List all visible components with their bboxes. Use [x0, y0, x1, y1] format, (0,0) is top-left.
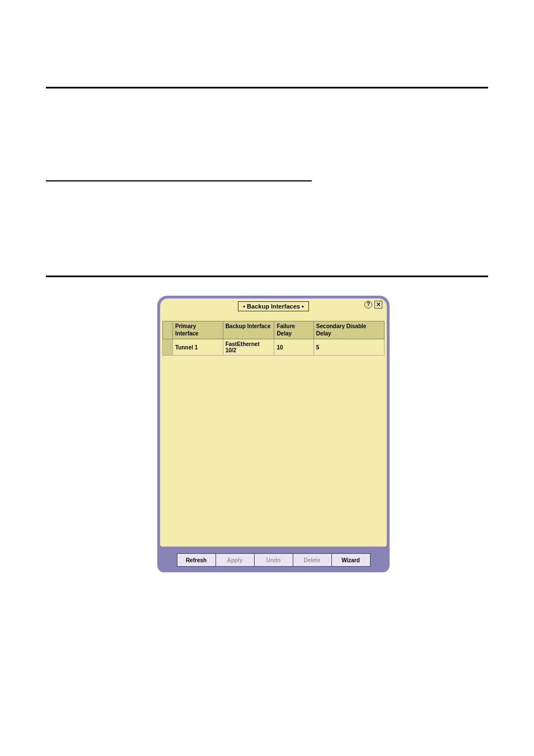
- panel-button-bar: Refresh Apply Undo Delete Wizard: [160, 553, 387, 569]
- table-row[interactable]: Tunnel 1 FastEthernet 10/2 10 5: [163, 339, 385, 356]
- apply-button[interactable]: Apply: [216, 553, 255, 567]
- col-failure-delay[interactable]: Failure Delay: [274, 321, 313, 339]
- cell-primary-interface[interactable]: Tunnel 1: [173, 339, 223, 356]
- divider-above-panel: [46, 276, 488, 277]
- panel-body: ? ✕ • Backup Interfaces • Primary Interf…: [160, 298, 387, 547]
- panel-title: • Backup Interfaces •: [238, 301, 309, 311]
- refresh-button[interactable]: Refresh: [177, 553, 216, 567]
- table-area: Primary Interface Backup Interface Failu…: [162, 321, 385, 544]
- cell-secondary-disable-delay[interactable]: 5: [313, 339, 384, 356]
- col-backup-interface[interactable]: Backup Interface: [223, 321, 274, 339]
- backup-interfaces-panel: ? ✕ • Backup Interfaces • Primary Interf…: [157, 296, 390, 572]
- cell-failure-delay[interactable]: 10: [274, 339, 313, 356]
- row-selector-header: [163, 321, 173, 339]
- col-secondary-disable-delay[interactable]: Secondary Disable Delay: [313, 321, 384, 339]
- table-header-row: Primary Interface Backup Interface Failu…: [163, 321, 385, 339]
- undo-button[interactable]: Undo: [254, 553, 293, 567]
- divider-top: [46, 87, 488, 88]
- backup-interfaces-table: Primary Interface Backup Interface Failu…: [162, 321, 385, 356]
- wizard-button[interactable]: Wizard: [331, 553, 371, 567]
- row-selector-cell[interactable]: [163, 339, 173, 356]
- delete-button[interactable]: Delete: [293, 553, 332, 567]
- divider-short: [46, 180, 312, 181]
- cell-backup-interface[interactable]: FastEthernet 10/2: [223, 339, 274, 356]
- panel-titlebar: • Backup Interfaces •: [160, 301, 387, 311]
- col-primary-interface[interactable]: Primary Interface: [173, 321, 223, 339]
